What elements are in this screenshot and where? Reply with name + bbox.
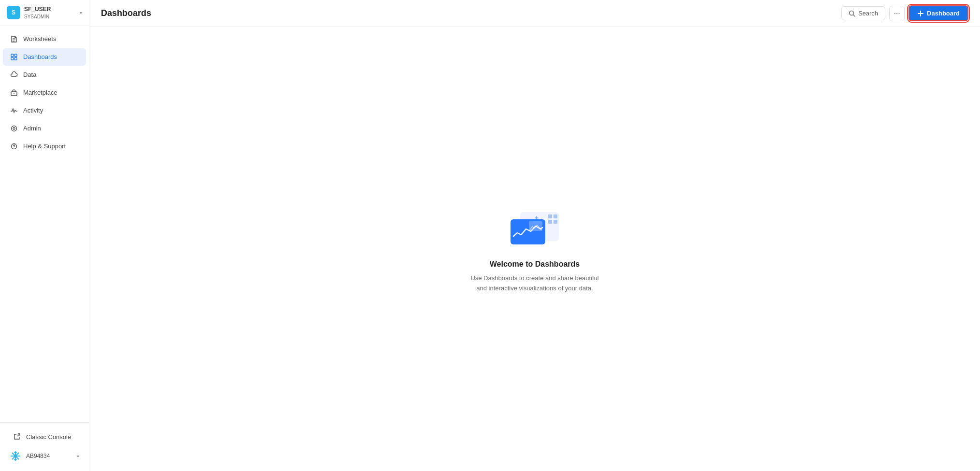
activity-icon: [10, 106, 18, 115]
sidebar-item-dashboards[interactable]: Dashboards: [3, 48, 86, 66]
svg-rect-5: [11, 57, 14, 60]
user-name: SF_USER: [24, 6, 76, 14]
main-content: Dashboards Search ···: [89, 0, 980, 471]
svg-rect-6: [14, 57, 17, 60]
sidebar-item-dashboards-label: Dashboards: [23, 53, 57, 60]
search-icon: [849, 10, 855, 17]
svg-rect-30: [554, 220, 557, 224]
search-label: Search: [858, 10, 878, 17]
welcome-illustration: +: [506, 205, 564, 248]
plus-icon: [917, 10, 924, 17]
sidebar-nav: Worksheets Dashboards Data: [0, 26, 89, 422]
sidebar-item-data[interactable]: Data: [3, 66, 86, 84]
svg-rect-27: [548, 214, 552, 218]
main-body: + Welcome to Dashboards Use Dashboards t…: [89, 27, 980, 471]
page-title: Dashboards: [101, 8, 841, 18]
sidebar-bottom: Classic Console AB94834 ▾: [0, 422, 89, 471]
account-chevron-icon: ▾: [77, 454, 79, 459]
external-link-icon: [13, 432, 21, 441]
add-dashboard-label: Dashboard: [927, 10, 960, 17]
sidebar-item-marketplace[interactable]: Marketplace: [3, 84, 86, 101]
store-icon: [10, 88, 18, 97]
user-profile[interactable]: S SF_USER SYSADMIN ▾: [0, 0, 89, 26]
svg-point-12: [14, 147, 14, 148]
sidebar-item-worksheets[interactable]: Worksheets: [3, 30, 86, 48]
header-actions: Search ··· Dashboard: [841, 5, 968, 21]
sidebar-item-help-label: Help & Support: [23, 143, 66, 150]
welcome-title: Welcome to Dashboards: [490, 260, 580, 269]
help-icon: [10, 142, 18, 151]
grid-icon: [10, 53, 18, 61]
main-header: Dashboards Search ···: [89, 0, 980, 27]
search-button[interactable]: Search: [841, 6, 885, 20]
sidebar-item-marketplace-label: Marketplace: [23, 89, 57, 96]
svg-point-10: [13, 128, 15, 129]
ellipsis-icon: ···: [894, 9, 900, 18]
account-selector[interactable]: AB94834 ▾: [3, 446, 86, 466]
svg-rect-33: [529, 221, 542, 231]
classic-console-label: Classic Console: [26, 433, 71, 441]
sidebar-item-activity[interactable]: Activity: [3, 102, 86, 119]
add-dashboard-button[interactable]: Dashboard: [909, 5, 968, 21]
svg-line-23: [853, 14, 855, 16]
snowflake-icon: [10, 450, 21, 462]
welcome-description: Use Dashboards to create and share beaut…: [470, 273, 598, 294]
avatar: S: [7, 6, 20, 19]
more-options-button[interactable]: ···: [889, 6, 905, 21]
svg-rect-4: [14, 54, 17, 57]
sidebar-item-classic-console[interactable]: Classic Console: [6, 428, 83, 445]
sidebar-item-admin-label: Admin: [23, 125, 41, 132]
sidebar-item-admin[interactable]: Admin: [3, 120, 86, 137]
user-info: SF_USER SYSADMIN: [24, 6, 76, 20]
user-role: SYSADMIN: [24, 14, 76, 20]
sidebar-item-data-label: Data: [23, 71, 36, 78]
sidebar-item-worksheets-label: Worksheets: [23, 35, 56, 43]
file-icon: [10, 35, 18, 43]
svg-line-13: [17, 434, 20, 436]
sidebar-item-help[interactable]: Help & Support: [3, 138, 86, 155]
svg-rect-29: [548, 220, 552, 224]
svg-point-9: [12, 126, 17, 131]
svg-rect-3: [11, 54, 14, 57]
sidebar: S SF_USER SYSADMIN ▾ Worksheets: [0, 0, 89, 471]
admin-icon: [10, 124, 18, 133]
cloud-icon: [10, 71, 18, 79]
account-label: AB94834: [26, 453, 72, 459]
sidebar-item-activity-label: Activity: [23, 107, 43, 114]
user-chevron-icon: ▾: [80, 10, 82, 15]
svg-rect-28: [554, 214, 557, 218]
